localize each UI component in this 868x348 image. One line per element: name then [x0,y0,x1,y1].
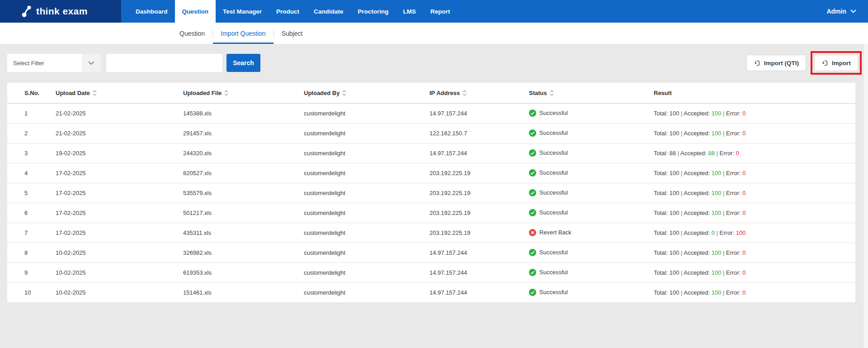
filter-select[interactable]: Select Filter [7,54,101,72]
status-label: Successful [539,209,568,216]
result-error-label: Error: [726,249,742,256]
status-label: Successful [539,289,568,296]
import-actions: Import (QTI) Import [746,51,862,75]
status-label: Successful [539,110,568,116]
table-row: 121-02-2025145388.xlscustomerdelight14.9… [7,103,855,123]
nav-item-report[interactable]: Report [423,0,458,23]
row-status: Successful [528,203,653,223]
search-input[interactable] [106,54,222,72]
nav-item-candidate[interactable]: Candidate [307,0,350,23]
result-error-value: 0 [742,210,745,216]
result-error-label: Error: [726,110,742,117]
row-result: Total: 100 | Accepted: 100 | Error: 0 [653,103,855,123]
row-uploaded-by: customerdelight [303,183,429,203]
result-total: Total: 88 [654,150,676,157]
row-uploaded-file: 145388.xls [183,103,303,123]
result-error-label: Error: [726,269,742,276]
status-label: Successful [539,149,568,156]
chevron-down-icon [82,54,101,72]
row-uploaded-by: customerdelight [303,103,429,123]
result-accepted-label: Accepted: [684,190,711,196]
row-upload-date: 17-02-2025 [55,183,183,203]
result-separator: | [676,150,680,157]
admin-label: Admin [826,8,846,15]
status-success-icon [529,169,536,176]
sort-icon [342,90,346,96]
row-sno: 3 [7,143,55,163]
tab-question[interactable]: Question [172,23,212,44]
thinkexam-logo-icon [22,5,32,18]
row-upload-date: 19-02-2025 [55,143,183,163]
result-separator: | [721,289,726,296]
table-row: 810-02-2025326982.xlscustomerdelight14.9… [7,243,855,262]
scrollbar-track[interactable] [863,44,868,348]
nav-item-question[interactable]: Question [175,0,216,23]
search-button[interactable]: Search [226,54,260,72]
row-sno: 10 [7,282,55,302]
admin-menu[interactable]: Admin [826,0,856,23]
column-header-upload-date[interactable]: Upload Date [55,83,183,103]
column-header-status[interactable]: Status [528,83,653,103]
result-total: Total: 100 [654,210,679,216]
tab-subject[interactable]: Subject [274,23,311,44]
result-separator: | [721,170,726,176]
row-result: Total: 88 | Accepted: 88 | Error: 0 [653,143,855,163]
result-error-value: 0 [742,249,745,256]
result-accepted-value: 88 [708,150,714,157]
row-upload-date: 17-02-2025 [55,163,183,183]
row-sno: 6 [7,203,55,223]
tab-import-question[interactable]: Import Question [213,23,274,44]
nav-item-dashboard[interactable]: Dashboard [128,0,175,23]
result-error-value: 0 [742,130,745,137]
nav-item-proctoring[interactable]: Proctoring [350,0,396,23]
status-success-icon [529,110,536,117]
import-button[interactable]: Import [814,55,858,71]
column-header-result: Result [653,83,855,103]
nav-item-test-manager[interactable]: Test Manager [216,0,269,23]
row-result: Total: 100 | Accepted: 100 | Error: 0 [653,163,855,183]
column-header-uploaded-file[interactable]: Uploaded File [183,83,303,103]
row-sno: 4 [7,163,55,183]
table-row: 1010-02-2025151461.xlscustomerdelight14.… [7,282,855,302]
logo[interactable]: think exam [0,0,121,23]
column-label: IP Address [429,90,460,96]
result-error-value: 0 [742,269,745,276]
table-row: 617-02-2025501217.xlscustomerdelight203.… [7,203,855,223]
result-error-value: 100 [736,229,746,236]
result-error-label: Error: [720,150,736,157]
row-uploaded-file: 820527.xls [183,163,303,183]
sort-icon [224,90,228,96]
result-total: Total: 100 [654,229,679,236]
import-qti-button[interactable]: Import (QTI) [746,55,806,71]
nav-item-lms[interactable]: LMS [396,0,424,23]
result-error-value: 0 [742,190,745,196]
status-success-icon [529,249,536,256]
row-uploaded-by: customerdelight [303,143,429,163]
result-accepted-label: Accepted: [684,269,711,276]
nav-item-product[interactable]: Product [269,0,307,23]
row-sno: 1 [7,103,55,123]
row-uploaded-by: customerdelight [303,203,429,223]
result-separator: | [721,130,726,137]
row-ip-address: 203.192.225.19 [429,163,528,183]
result-total: Total: 100 [654,110,679,117]
row-ip-address: 14.97.157.244 [429,262,528,282]
row-status: Successful [528,243,653,262]
result-total: Total: 100 [654,170,679,176]
column-header-ip-address[interactable]: IP Address [429,83,528,103]
row-uploaded-by: customerdelight [303,282,429,302]
row-upload-date: 21-02-2025 [55,103,183,123]
row-result: Total: 100 | Accepted: 100 | Error: 0 [653,243,855,262]
status-success-icon [529,149,536,157]
table-row: 717-02-2025435311.xlscustomerdelight203.… [7,223,855,243]
result-separator: | [721,190,726,196]
result-separator: | [721,269,726,276]
column-label: Uploaded File [183,90,222,96]
result-error-label: Error: [726,190,742,196]
row-uploaded-file: 435311.xls [183,223,303,243]
result-error-label: Error: [726,130,742,137]
column-header-uploaded-by[interactable]: Uploaded By [303,83,429,103]
row-uploaded-file: 501217.xls [183,203,303,223]
result-accepted-label: Accepted: [684,210,711,216]
result-separator: | [679,229,684,236]
